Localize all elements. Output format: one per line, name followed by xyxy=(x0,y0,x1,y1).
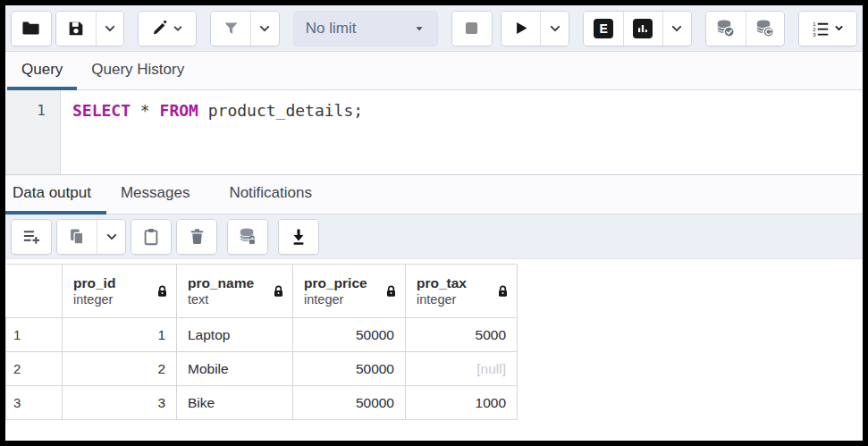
macros-button[interactable]: 1 2 3 xyxy=(799,12,856,46)
stop-icon xyxy=(462,19,481,38)
open-file-button[interactable] xyxy=(12,12,51,46)
chevron-down-icon xyxy=(101,20,119,38)
sql-keyword-select: SELECT xyxy=(72,101,131,120)
chevron-down-icon xyxy=(668,20,686,38)
filter-group xyxy=(210,11,280,46)
results-table: pro_id integer pro_name xyxy=(5,264,518,420)
row-number[interactable]: 2 xyxy=(6,352,63,386)
copy-options-button[interactable] xyxy=(97,220,125,254)
chevron-down-icon xyxy=(546,20,564,38)
play-icon xyxy=(511,19,530,38)
stop-button[interactable] xyxy=(452,12,492,46)
tab-data-output-label: Data output xyxy=(13,184,91,202)
explain-analyze-button[interactable] xyxy=(623,12,662,46)
cell-pro-price[interactable]: 50000 xyxy=(293,386,406,420)
lock-icon xyxy=(496,284,510,299)
paste-button[interactable] xyxy=(131,220,171,254)
cell-pro-tax[interactable]: [null] xyxy=(406,352,518,386)
delete-row-button[interactable] xyxy=(177,220,216,254)
copy-button[interactable] xyxy=(57,220,97,254)
column-header-pro-tax[interactable]: pro_tax integer xyxy=(406,265,518,318)
header-row: pro_id integer pro_name xyxy=(6,265,518,318)
cell-pro-name[interactable]: Mobile xyxy=(177,352,293,386)
sql-operator-star: * xyxy=(131,101,160,120)
line-number: 1 xyxy=(37,102,46,119)
execute-options-button[interactable] xyxy=(540,12,569,46)
cell-pro-id[interactable]: 1 xyxy=(63,318,177,352)
commit-icon xyxy=(715,18,736,38)
commit-button[interactable] xyxy=(706,12,746,46)
save-options-button[interactable] xyxy=(96,12,124,46)
tab-notifications[interactable]: Notifications xyxy=(215,175,326,215)
cell-pro-tax[interactable]: 1000 xyxy=(406,386,518,420)
rollback-button[interactable] xyxy=(746,12,785,46)
sql-code-line[interactable]: SELECT * FROM product_details; xyxy=(61,90,863,174)
execute-group xyxy=(501,11,570,46)
column-type: integer xyxy=(304,291,367,307)
add-row-icon xyxy=(21,226,42,247)
cell-pro-price[interactable]: 50000 xyxy=(293,352,406,386)
column-header-pro-id[interactable]: pro_id integer xyxy=(63,265,177,318)
row-number[interactable]: 3 xyxy=(6,386,63,420)
tab-query[interactable]: Query xyxy=(7,52,77,90)
column-name: pro_price xyxy=(304,274,367,291)
explain-analyze-icon xyxy=(633,19,653,38)
macros-group: 1 2 3 xyxy=(798,11,857,46)
copy-icon xyxy=(67,227,87,247)
column-header-pro-price[interactable]: pro_price integer xyxy=(293,265,406,318)
explain-options-button[interactable] xyxy=(662,12,691,46)
save-icon xyxy=(66,19,86,38)
output-tabbar: Data output Messages Notifications xyxy=(5,175,863,215)
clipboard-icon xyxy=(141,227,161,247)
dropdown-caret-icon xyxy=(413,22,426,35)
open-file-group xyxy=(11,11,52,46)
lock-icon xyxy=(384,284,398,299)
transaction-group xyxy=(705,11,786,46)
cell-pro-name[interactable]: Bike xyxy=(177,386,293,420)
edit-button[interactable] xyxy=(139,12,196,46)
sql-editor[interactable]: 1 SELECT * FROM product_details; xyxy=(5,90,863,175)
query-tabbar: Query Query History xyxy=(5,52,863,90)
execute-button[interactable] xyxy=(501,12,541,46)
save-data-group xyxy=(227,219,268,255)
cell-pro-id[interactable]: 3 xyxy=(63,386,177,420)
primary-toolbar: No limit xyxy=(5,5,863,52)
table-row: 3 3 Bike 50000 1000 xyxy=(6,386,518,420)
tab-query-history[interactable]: Query History xyxy=(77,52,198,90)
sql-keyword-from: FROM xyxy=(160,101,198,120)
cell-pro-name[interactable]: Laptop xyxy=(177,318,293,352)
stop-group xyxy=(451,11,493,46)
chevron-down-icon xyxy=(832,21,846,35)
add-row-group xyxy=(11,219,52,255)
numbered-list-icon: 1 2 3 xyxy=(811,19,830,38)
row-number[interactable]: 1 xyxy=(6,318,63,352)
column-header-pro-name[interactable]: pro_name text xyxy=(177,265,293,318)
save-data-changes-button[interactable] xyxy=(228,220,267,254)
tab-messages[interactable]: Messages xyxy=(106,175,204,215)
column-name: pro_id xyxy=(73,274,115,291)
filter-button[interactable] xyxy=(211,12,250,46)
tab-messages-label: Messages xyxy=(121,184,190,202)
filter-options-button[interactable] xyxy=(250,12,279,46)
add-row-button[interactable] xyxy=(12,220,51,254)
corner-cell[interactable] xyxy=(6,265,63,318)
explain-button[interactable]: E xyxy=(584,12,623,46)
download-group xyxy=(278,219,319,255)
explain-icon: E xyxy=(594,19,613,38)
column-type: text xyxy=(188,291,254,307)
cell-pro-tax[interactable]: 5000 xyxy=(406,318,518,352)
tab-data-output[interactable]: Data output xyxy=(5,175,106,215)
cell-pro-id[interactable]: 2 xyxy=(63,352,177,386)
save-button[interactable] xyxy=(56,12,96,46)
download-csv-button[interactable] xyxy=(279,220,318,254)
cell-pro-price[interactable]: 50000 xyxy=(293,318,406,352)
row-limit-select[interactable]: No limit xyxy=(293,11,438,46)
tab-notifications-label: Notifications xyxy=(229,184,312,202)
delete-row-group xyxy=(176,219,217,255)
tab-query-history-label: Query History xyxy=(91,61,184,79)
results-toolbar xyxy=(5,215,863,259)
edit-group xyxy=(138,11,197,46)
chevron-down-icon xyxy=(103,228,121,246)
trash-icon xyxy=(188,227,206,246)
data-output-grid: pro_id integer pro_name xyxy=(5,259,863,441)
